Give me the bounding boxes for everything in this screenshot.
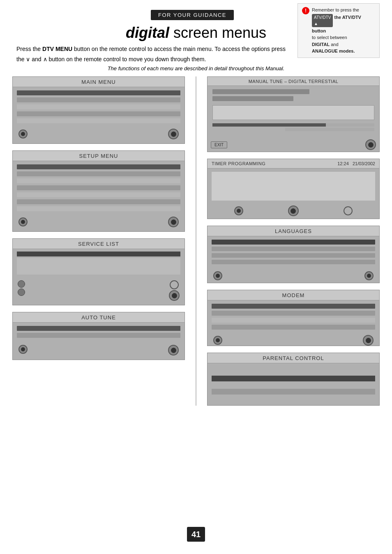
main-menu-screen: MAIN MENU bbox=[12, 76, 185, 144]
main-menu-row-2 bbox=[17, 104, 180, 109]
service-btn-left-bot[interactable] bbox=[18, 289, 25, 296]
service-btn-left-top[interactable] bbox=[18, 280, 25, 288]
service-btn-right-top[interactable] bbox=[170, 280, 179, 289]
mt-progress-area bbox=[212, 123, 374, 131]
title-bold: digital bbox=[126, 24, 169, 41]
service-list-footer bbox=[13, 279, 184, 301]
manual-tune-footer: EXIT bbox=[208, 138, 379, 152]
manual-tune-body bbox=[208, 86, 379, 138]
setup-menu-content bbox=[13, 161, 184, 215]
page-number: 41 bbox=[187, 527, 205, 542]
mt-row-2 bbox=[212, 96, 293, 101]
lang-btn-left[interactable] bbox=[213, 271, 222, 280]
auto-tune-footer bbox=[13, 343, 184, 355]
modem-body bbox=[208, 300, 379, 333]
auto-tune-btn-right[interactable] bbox=[168, 345, 179, 355]
reminder-text: Remember to press the ATV/DTV▲ the ATV/D… bbox=[312, 7, 374, 55]
lang-row-2 bbox=[212, 253, 375, 258]
parental-row-selected bbox=[212, 376, 375, 381]
page-header: FOR YOUR GUIDANCE ! Remember to press th… bbox=[0, 0, 392, 20]
service-list-screen: SERVICE LIST bbox=[12, 238, 185, 305]
setup-menu-screen: SETUP MENU bbox=[12, 150, 185, 232]
timer-btn-2[interactable] bbox=[288, 205, 299, 216]
modem-row-3 bbox=[212, 325, 375, 330]
auto-tune-title: AUTO TUNE bbox=[13, 312, 184, 323]
reminder-box: ! Remember to press the ATV/DTV▲ the ATV… bbox=[297, 3, 380, 58]
lang-row-3 bbox=[212, 260, 375, 264]
main-menu-row-4 bbox=[17, 118, 180, 123]
mt-info-box bbox=[212, 105, 374, 120]
main-menu-btn-left[interactable] bbox=[18, 129, 28, 138]
setup-menu-footer bbox=[13, 215, 184, 227]
main-menu-btn-right[interactable] bbox=[168, 129, 179, 139]
timer-title-text: TIMER PROGRAMMING bbox=[212, 161, 265, 166]
auto-tune-row-1 bbox=[17, 333, 180, 338]
timer-btn-1[interactable] bbox=[234, 206, 243, 215]
service-row-selected bbox=[17, 252, 180, 256]
modem-footer bbox=[208, 333, 379, 346]
timer-title-bar: TIMER PROGRAMMING 12:24 21/03/2002 bbox=[208, 159, 379, 169]
manual-tune-screen: MANUAL TUNE – DIGITAL TERRESTIAL EXIT bbox=[207, 76, 380, 152]
col-right: MANUAL TUNE – DIGITAL TERRESTIAL EXIT bbox=[207, 76, 380, 406]
modem-title: MODEM bbox=[208, 290, 379, 300]
parental-spacer bbox=[212, 367, 375, 376]
main-menu-row-selected bbox=[17, 90, 180, 95]
languages-title: LANGUAGES bbox=[208, 226, 379, 236]
setup-menu-row-3 bbox=[17, 185, 180, 190]
col-divider bbox=[196, 76, 196, 406]
main-menu-row-3 bbox=[17, 111, 180, 116]
lang-btn-right[interactable] bbox=[364, 271, 374, 280]
modem-row-selected bbox=[212, 304, 375, 309]
reminder-icon: ! bbox=[302, 7, 309, 14]
parental-control-body bbox=[208, 363, 379, 401]
parental-spacer2 bbox=[212, 384, 375, 389]
setup-menu-row-selected bbox=[17, 164, 180, 169]
setup-menu-row-5 bbox=[17, 199, 180, 204]
modem-row-2 bbox=[212, 318, 375, 323]
timer-btn-3[interactable] bbox=[344, 206, 353, 215]
mt-progress-bar-2 bbox=[285, 128, 374, 131]
setup-menu-btn-left[interactable] bbox=[18, 217, 28, 226]
title-rest: screen menus bbox=[169, 24, 266, 41]
auto-tune-row-selected bbox=[17, 326, 180, 331]
auto-tune-btn-left[interactable] bbox=[18, 345, 28, 354]
intro-italic: The functions of each menu are described… bbox=[0, 65, 392, 72]
service-btn-left-stack bbox=[18, 280, 25, 301]
setup-menu-row-1 bbox=[17, 171, 180, 176]
parental-control-title: PARENTAL CONTROL bbox=[208, 353, 379, 363]
setup-menu-title: SETUP MENU bbox=[13, 151, 184, 161]
mt-row-1 bbox=[212, 89, 309, 94]
main-menu-content bbox=[13, 87, 184, 127]
modem-row-1 bbox=[212, 311, 375, 316]
atv-dtv-button[interactable]: ATV/DTV▲ bbox=[312, 14, 333, 27]
parental-row-1 bbox=[212, 389, 375, 395]
exit-button[interactable]: EXIT bbox=[211, 141, 227, 148]
service-list-title: SERVICE LIST bbox=[13, 239, 184, 249]
manual-tune-title: MANUAL TUNE – DIGITAL TERRESTIAL bbox=[208, 77, 379, 86]
auto-tune-body bbox=[13, 323, 184, 343]
modem-btn-right[interactable] bbox=[363, 335, 374, 346]
main-menu-footer bbox=[13, 127, 184, 139]
guidance-banner: FOR YOUR GUIDANCE bbox=[151, 10, 234, 20]
parental-control-screen: PARENTAL CONTROL bbox=[207, 353, 380, 406]
setup-menu-row-4 bbox=[17, 192, 180, 197]
columns-container: MAIN MENU SETUP MENU bbox=[0, 76, 392, 406]
service-list-body bbox=[13, 249, 184, 279]
timer-screen: TIMER PROGRAMMING 12:24 21/03/2002 bbox=[207, 159, 380, 219]
setup-menu-btn-right[interactable] bbox=[168, 217, 179, 227]
modem-btn-left[interactable] bbox=[213, 336, 222, 345]
col-left: MAIN MENU SETUP MENU bbox=[12, 76, 185, 406]
mt-progress-fill-1 bbox=[212, 123, 326, 127]
languages-screen: LANGUAGES bbox=[207, 226, 380, 283]
main-menu-row-1 bbox=[17, 97, 180, 102]
timer-time: 12:24 21/03/2002 bbox=[337, 161, 375, 166]
lang-row-1 bbox=[212, 247, 375, 251]
auto-tune-screen: AUTO TUNE bbox=[12, 312, 185, 360]
manual-tune-btn-ok[interactable] bbox=[365, 139, 376, 150]
service-row-1 bbox=[17, 258, 180, 275]
timer-footer bbox=[208, 204, 379, 219]
languages-footer bbox=[208, 270, 379, 283]
modem-screen: MODEM bbox=[207, 290, 380, 346]
lang-row-selected bbox=[212, 240, 375, 245]
service-btn-right-bot[interactable] bbox=[169, 290, 180, 301]
